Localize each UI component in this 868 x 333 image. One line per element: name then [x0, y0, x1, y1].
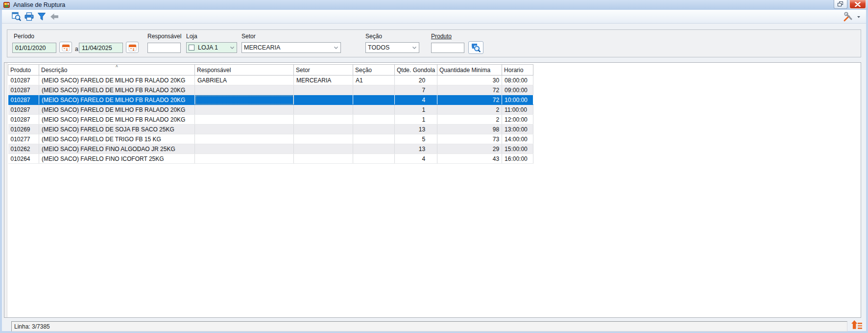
close-button[interactable]: [849, 0, 866, 9]
cell-horario[interactable]: 15:00:00: [502, 144, 533, 154]
toolbar-back-button[interactable]: [48, 11, 61, 23]
cell-quantidade_minima[interactable]: 29: [437, 144, 502, 154]
cell-horario[interactable]: 16:00:00: [502, 154, 533, 164]
secao-combobox[interactable]: TODOS: [365, 42, 419, 53]
cell-qtde_gondola[interactable]: 7: [395, 85, 437, 95]
cell-quantidade_minima[interactable]: 2: [437, 105, 502, 115]
cell-qtde_gondola[interactable]: 5: [395, 134, 437, 144]
cell-produto[interactable]: 010264: [8, 154, 39, 164]
date-to-input[interactable]: [79, 43, 123, 53]
column-header-responsavel[interactable]: Responsável: [195, 65, 294, 76]
cell-secao[interactable]: [353, 144, 395, 154]
cell-qtde_gondola[interactable]: 4: [395, 95, 437, 105]
table-row[interactable]: 010262(MEIO SACO) FARELO FINO ALGODAO JR…: [8, 144, 533, 154]
produto-label[interactable]: Produto: [431, 33, 452, 40]
go-to-top-button[interactable]: [850, 319, 864, 333]
cell-produto[interactable]: 010287: [8, 115, 39, 125]
cell-responsavel[interactable]: [195, 105, 294, 115]
cell-qtde_gondola[interactable]: 4: [395, 154, 437, 164]
cell-setor[interactable]: [294, 134, 353, 144]
table-row[interactable]: 010287(MEIO SACO) FARELO DE MILHO FB RAL…: [8, 95, 533, 105]
cell-qtde_gondola[interactable]: 13: [395, 144, 437, 154]
cell-horario[interactable]: 13:00:00: [502, 125, 533, 134]
cell-secao[interactable]: [353, 154, 395, 164]
cell-descricao[interactable]: (MEIO SACO) FARELO DE MILHO FB RALADO 20…: [39, 85, 195, 95]
cell-secao[interactable]: [353, 85, 395, 95]
dropdown-arrow-icon[interactable]: [856, 15, 861, 19]
cell-secao[interactable]: [353, 134, 395, 144]
loja-checkbox[interactable]: [189, 45, 194, 51]
cell-descricao[interactable]: (MEIO SACO) FARELO DE MILHO FB RALADO 20…: [39, 105, 195, 115]
toolbar-print-button[interactable]: [23, 11, 35, 23]
toolbar-filter-button[interactable]: [35, 11, 48, 23]
loja-combobox[interactable]: LOJA 1: [186, 42, 237, 53]
column-header-horario[interactable]: Horario: [502, 65, 533, 76]
cell-secao[interactable]: [353, 115, 395, 125]
table-row[interactable]: 010264(MEIO SACO) FARELO FINO ICOFORT 25…: [8, 154, 533, 164]
column-header-produto[interactable]: Produto: [8, 65, 39, 76]
cell-produto[interactable]: 010269: [8, 125, 39, 134]
cell-responsavel[interactable]: [195, 115, 294, 125]
setor-combobox[interactable]: MERCEARIA: [241, 42, 341, 53]
cell-qtde_gondola[interactable]: 1: [395, 105, 437, 115]
cell-descricao[interactable]: (MEIO SACO) FARELO DE SOJA FB SACO 25KG: [39, 125, 195, 134]
cell-horario[interactable]: 11:00:00: [502, 105, 533, 115]
cell-responsavel[interactable]: [195, 144, 294, 154]
toolbar-tools-button[interactable]: [842, 11, 854, 23]
produto-search-button[interactable]: [468, 41, 483, 54]
cell-descricao[interactable]: (MEIO SACO) FARELO DE MILHO FB RALADO 20…: [39, 76, 195, 85]
cell-produto[interactable]: 010287: [8, 85, 39, 95]
cell-responsavel[interactable]: [195, 95, 294, 105]
column-header-setor[interactable]: Setor: [294, 65, 353, 76]
responsavel-input[interactable]: [147, 43, 181, 53]
cell-horario[interactable]: 10:00:00: [502, 95, 533, 105]
cell-setor[interactable]: [294, 125, 353, 134]
cell-quantidade_minima[interactable]: 72: [437, 85, 502, 95]
cell-responsavel[interactable]: [195, 154, 294, 164]
cell-quantidade_minima[interactable]: 2: [437, 115, 502, 125]
date-to-calendar-button[interactable]: [126, 42, 139, 53]
cell-qtde_gondola[interactable]: 1: [395, 115, 437, 125]
cell-quantidade_minima[interactable]: 73: [437, 134, 502, 144]
cell-secao[interactable]: A1: [353, 76, 395, 85]
cell-responsavel[interactable]: [195, 125, 294, 134]
table-row[interactable]: 010287(MEIO SACO) FARELO DE MILHO FB RAL…: [8, 105, 533, 115]
cell-setor[interactable]: [294, 85, 353, 95]
cell-descricao[interactable]: (MEIO SACO) FARELO FINO ICOFORT 25KG: [39, 154, 195, 164]
cell-setor[interactable]: [294, 144, 353, 154]
date-from-input[interactable]: [12, 43, 56, 53]
table-row[interactable]: 010287(MEIO SACO) FARELO DE MILHO FB RAL…: [8, 85, 533, 95]
cell-qtde_gondola[interactable]: 20: [395, 76, 437, 85]
column-header-descricao[interactable]: Descrição˄: [39, 65, 195, 76]
cell-horario[interactable]: 12:00:00: [502, 115, 533, 125]
cell-setor[interactable]: [294, 154, 353, 164]
cell-secao[interactable]: [353, 105, 395, 115]
cell-secao[interactable]: [353, 125, 395, 134]
restore-button[interactable]: [834, 0, 847, 9]
cell-produto[interactable]: 010277: [8, 134, 39, 144]
cell-responsavel[interactable]: [195, 85, 294, 95]
table-row[interactable]: 010287(MEIO SACO) FARELO DE MILHO FB RAL…: [8, 115, 533, 125]
produto-input[interactable]: [431, 43, 464, 53]
cell-secao[interactable]: [353, 95, 395, 105]
cell-quantidade_minima[interactable]: 72: [437, 95, 502, 105]
table-row[interactable]: 010277(MEIO SACO) FARELO DE TRIGO FB 15 …: [8, 134, 533, 144]
cell-descricao[interactable]: (MEIO SACO) FARELO DE TRIGO FB 15 KG: [39, 134, 195, 144]
cell-produto[interactable]: 010262: [8, 144, 39, 154]
cell-horario[interactable]: 14:00:00: [502, 134, 533, 144]
toolbar-search-button[interactable]: [10, 11, 23, 23]
cell-responsavel[interactable]: GABRIELA: [195, 76, 294, 85]
cell-setor[interactable]: [294, 95, 353, 105]
cell-qtde_gondola[interactable]: 13: [395, 125, 437, 134]
cell-quantidade_minima[interactable]: 43: [437, 154, 502, 164]
column-header-secao[interactable]: Seção: [353, 65, 395, 76]
column-header-quantidade_minima[interactable]: Quantidade Minima: [437, 65, 502, 76]
cell-produto[interactable]: 010287: [8, 76, 39, 85]
date-from-calendar-button[interactable]: [59, 42, 72, 53]
cell-produto[interactable]: 010287: [8, 105, 39, 115]
cell-quantidade_minima[interactable]: 30: [437, 76, 502, 85]
cell-descricao[interactable]: (MEIO SACO) FARELO FINO ALGODAO JR 25KG: [39, 144, 195, 154]
column-header-qtde_gondola[interactable]: Qtde. Gondola: [395, 65, 437, 76]
cell-horario[interactable]: 09:00:00: [502, 85, 533, 95]
cell-setor[interactable]: [294, 105, 353, 115]
